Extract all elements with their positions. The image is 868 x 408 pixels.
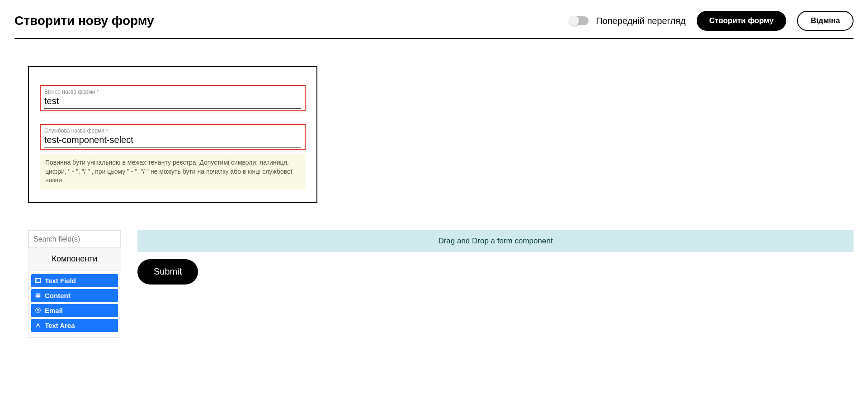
business-name-field-box: Бізнес-назва форми * — [40, 85, 306, 111]
component-label: Email — [45, 307, 63, 314]
page-title: Створити нову форму — [14, 14, 154, 28]
header-bar: Створити нову форму Попередній перегляд … — [14, 11, 854, 39]
font-icon — [35, 322, 41, 328]
create-form-button[interactable]: Створити форму — [697, 11, 787, 31]
at-icon — [35, 307, 41, 313]
form-canvas: Drag and Drop a form component Submit — [137, 230, 854, 285]
preview-toggle-label: Попередній перегляд — [596, 16, 685, 26]
components-sidebar: Компоненти Text Field Content Email Text… — [28, 230, 121, 338]
business-name-input[interactable] — [44, 95, 301, 109]
form-settings-card: Бізнес-назва форми * Службова назва форм… — [28, 66, 317, 203]
component-text-field[interactable]: Text Field — [31, 274, 118, 287]
svg-point-0 — [36, 308, 41, 313]
drop-zone[interactable]: Drag and Drop a form component — [137, 230, 854, 252]
preview-toggle[interactable] — [571, 16, 589, 25]
form-builder: Компоненти Text Field Content Email Text… — [28, 230, 854, 338]
components-header: Компоненти — [28, 248, 121, 270]
business-name-label: Бізнес-назва форми * — [44, 89, 301, 95]
service-name-label: Службова назва форми * — [44, 128, 301, 134]
cancel-button[interactable]: Відміна — [797, 11, 854, 31]
search-input[interactable] — [28, 231, 121, 248]
service-name-field-box: Службова назва форми * — [40, 124, 306, 150]
component-label: Content — [45, 292, 71, 299]
service-name-helper: Повинна бути унікальною в межах тенанту … — [40, 154, 306, 190]
component-label: Text Field — [45, 277, 76, 285]
card-icon — [35, 292, 41, 299]
svg-point-1 — [37, 309, 39, 311]
component-label: Text Area — [45, 322, 75, 329]
component-email[interactable]: Email — [31, 304, 118, 317]
preview-toggle-group: Попередній перегляд — [571, 16, 685, 26]
toggle-knob — [569, 16, 579, 26]
service-name-input[interactable] — [44, 134, 301, 147]
terminal-icon — [35, 277, 41, 284]
submit-button[interactable]: Submit — [137, 259, 198, 285]
component-content[interactable]: Content — [31, 289, 118, 302]
components-list: Text Field Content Email Text Area — [28, 270, 121, 337]
header-actions: Попередній перегляд Створити форму Відмі… — [571, 11, 854, 31]
component-text-area[interactable]: Text Area — [31, 319, 118, 332]
